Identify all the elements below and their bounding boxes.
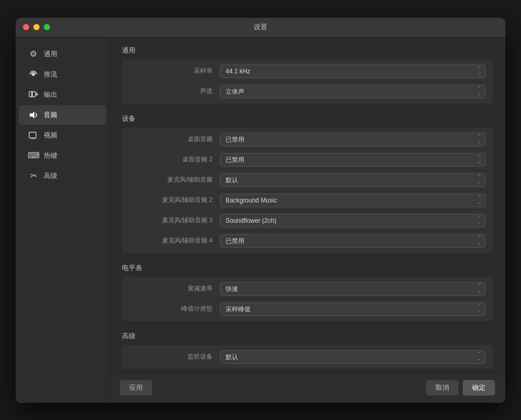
sidebar-label-advanced: 高级: [44, 171, 57, 181]
label-mic-aux4: 麦克风/辅助音频 4: [129, 236, 213, 245]
section-meter: 电平表 衰减速率 快速 中等 慢速: [122, 263, 493, 321]
select-mic-aux2[interactable]: Background Music: [220, 194, 486, 207]
section-body-meter: 衰减速率 快速 中等 慢速 峰值计类型: [122, 277, 493, 321]
select-peak-type[interactable]: 采样峰值 真实峰值: [220, 302, 486, 316]
scroll-area: 通用 采样率 44.1 kHz 48 kHz: [109, 37, 505, 373]
svg-rect-5: [29, 132, 36, 138]
gear-icon: ⚙: [28, 49, 39, 59]
select-monitor-device[interactable]: 默认: [220, 350, 486, 364]
sidebar: ⚙ 通用 推流: [16, 37, 109, 403]
select-desktop-audio[interactable]: 已禁用: [220, 133, 486, 146]
minimize-button[interactable]: [33, 24, 40, 30]
sidebar-item-video[interactable]: 视频: [19, 125, 106, 145]
main-panel: 通用 采样率 44.1 kHz 48 kHz: [109, 37, 505, 403]
main-content: ⚙ 通用 推流: [16, 37, 505, 403]
select-mic-aux[interactable]: 默认: [220, 173, 486, 187]
video-icon: [28, 130, 39, 141]
label-monitor-device: 监听设备: [129, 352, 213, 361]
row-mic-aux: 麦克风/辅助音频 默认: [122, 170, 493, 190]
label-mic-aux3: 麦克风/辅助音频 3: [129, 216, 213, 225]
section-title-meter: 电平表: [122, 263, 493, 273]
sidebar-item-hotkeys[interactable]: ⌨ 热键: [19, 146, 106, 166]
row-mic-aux2: 麦克风/辅助音频 2 Background Music: [122, 190, 493, 211]
stream-icon: [28, 69, 39, 80]
section-body-general: 采样率 44.1 kHz 48 kHz: [122, 59, 493, 104]
sidebar-label-video: 视频: [44, 131, 57, 140]
label-desktop-audio2: 桌面音频 2: [129, 155, 213, 164]
section-title-advanced: 高级: [122, 332, 493, 341]
select-mic-aux4[interactable]: 已禁用: [220, 234, 486, 248]
row-mic-aux4: 麦克风/辅助音频 4 已禁用: [122, 231, 493, 251]
row-desktop-audio: 桌面音频 已禁用: [122, 130, 493, 150]
sidebar-label-audio: 音频: [44, 110, 57, 120]
label-channel: 声道: [129, 87, 213, 96]
section-title-devices: 设备: [122, 114, 493, 123]
section-devices: 设备 桌面音频 已禁用 桌面音频 2: [122, 114, 493, 253]
row-channel: 声道 立体声 单声道: [122, 82, 493, 101]
select-desktop-audio2[interactable]: 已禁用: [220, 153, 486, 167]
label-sample-rate: 采样率: [129, 67, 213, 75]
maximize-button[interactable]: [44, 24, 50, 30]
section-body-advanced: 监听设备 默认: [122, 345, 493, 369]
advanced-icon: ✂: [28, 171, 39, 181]
row-sample-rate: 采样率 44.1 kHz 48 kHz: [122, 61, 493, 82]
sidebar-label-general: 通用: [44, 49, 57, 59]
row-monitor-device: 监听设备 默认: [122, 347, 493, 367]
section-body-devices: 桌面音频 已禁用 桌面音频 2 已禁用: [122, 128, 493, 253]
audio-icon: [28, 110, 39, 120]
control-sample-rate: 44.1 kHz 48 kHz: [220, 65, 486, 78]
label-desktop-audio: 桌面音频: [129, 135, 213, 144]
svg-marker-4: [30, 111, 34, 119]
footer-right: 取消 确定: [426, 380, 495, 396]
hotkeys-icon: ⌨: [28, 150, 39, 161]
section-general: 通用 采样率 44.1 kHz 48 kHz: [122, 46, 493, 104]
sidebar-label-stream: 推流: [44, 70, 57, 79]
select-decay-rate[interactable]: 快速 中等 慢速: [220, 282, 486, 296]
settings-window: 设置 ⚙ 通用 推流: [16, 18, 505, 403]
svg-point-0: [32, 73, 35, 76]
sidebar-item-audio[interactable]: 音频: [19, 105, 106, 125]
section-title-general: 通用: [122, 46, 493, 55]
select-mic-aux3[interactable]: Soundflower (2ch): [220, 214, 486, 227]
label-mic-aux2: 麦克风/辅助音频 2: [129, 196, 213, 205]
label-mic-aux: 麦克风/辅助音频: [129, 175, 213, 184]
sidebar-item-stream[interactable]: 推流: [19, 65, 106, 84]
label-decay-rate: 衰减速率: [129, 284, 213, 293]
select-sample-rate[interactable]: 44.1 kHz 48 kHz: [220, 65, 486, 78]
titlebar: 设置: [16, 18, 505, 37]
select-channel[interactable]: 立体声 单声道: [220, 85, 486, 98]
sidebar-label-output: 输出: [44, 90, 57, 99]
footer: 应用 取消 确定: [109, 373, 505, 403]
row-peak-type: 峰值计类型 采样峰值 真实峰值: [122, 299, 493, 319]
control-channel: 立体声 单声道: [220, 85, 486, 98]
sidebar-item-general[interactable]: ⚙ 通用: [19, 44, 106, 64]
row-decay-rate: 衰减速率 快速 中等 慢速: [122, 279, 493, 299]
sidebar-label-hotkeys: 热键: [44, 151, 57, 160]
apply-button[interactable]: 应用: [120, 380, 152, 396]
row-desktop-audio2: 桌面音频 2 已禁用: [122, 150, 493, 170]
row-mic-aux3: 麦克风/辅助音频 3 Soundflower (2ch): [122, 211, 493, 231]
traffic-lights: [23, 24, 50, 30]
ok-button[interactable]: 确定: [463, 380, 495, 396]
output-icon: [28, 90, 39, 100]
label-peak-type: 峰值计类型: [129, 304, 213, 313]
sidebar-item-advanced[interactable]: ✂ 高级: [19, 166, 106, 186]
sidebar-item-output[interactable]: 输出: [19, 85, 106, 105]
section-advanced: 高级 监听设备 默认: [122, 332, 493, 369]
window-title: 设置: [254, 22, 267, 32]
svg-rect-2: [31, 92, 33, 97]
cancel-button[interactable]: 取消: [426, 380, 458, 396]
close-button[interactable]: [23, 24, 29, 30]
